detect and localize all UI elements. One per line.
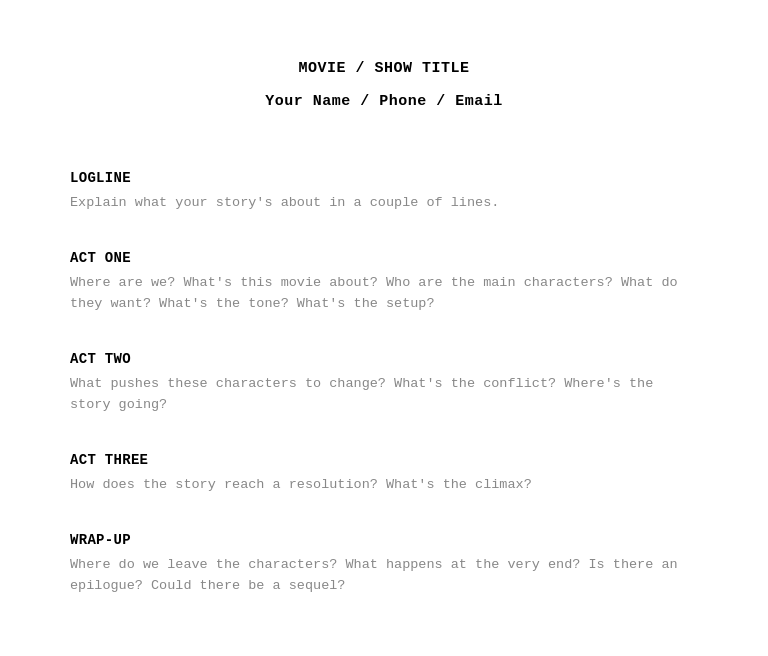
section-body-wrap-up: Where do we leave the characters? What h… (70, 554, 698, 597)
section-body-logline: Explain what your story's about in a cou… (70, 192, 698, 214)
section-heading-logline: LOGLINE (70, 170, 698, 186)
sections-container: LOGLINEExplain what your story's about i… (70, 170, 698, 597)
section-heading-wrap-up: WRAP-UP (70, 532, 698, 548)
section-body-act-three: How does the story reach a resolution? W… (70, 474, 698, 496)
movie-title: MOVIE / SHOW TITLE (70, 60, 698, 77)
section-heading-act-two: ACT TWO (70, 351, 698, 367)
section-body-act-two: What pushes these characters to change? … (70, 373, 698, 416)
section-heading-act-three: ACT THREE (70, 452, 698, 468)
section-act-one: ACT ONEWhere are we? What's this movie a… (70, 250, 698, 315)
section-logline: LOGLINEExplain what your story's about i… (70, 170, 698, 214)
section-act-two: ACT TWOWhat pushes these characters to c… (70, 351, 698, 416)
section-heading-act-one: ACT ONE (70, 250, 698, 266)
author-info: Your Name / Phone / Email (70, 93, 698, 110)
page-container: MOVIE / SHOW TITLE Your Name / Phone / E… (70, 60, 698, 597)
section-wrap-up: WRAP-UPWhere do we leave the characters?… (70, 532, 698, 597)
section-body-act-one: Where are we? What's this movie about? W… (70, 272, 698, 315)
page-header: MOVIE / SHOW TITLE Your Name / Phone / E… (70, 60, 698, 110)
section-act-three: ACT THREEHow does the story reach a reso… (70, 452, 698, 496)
